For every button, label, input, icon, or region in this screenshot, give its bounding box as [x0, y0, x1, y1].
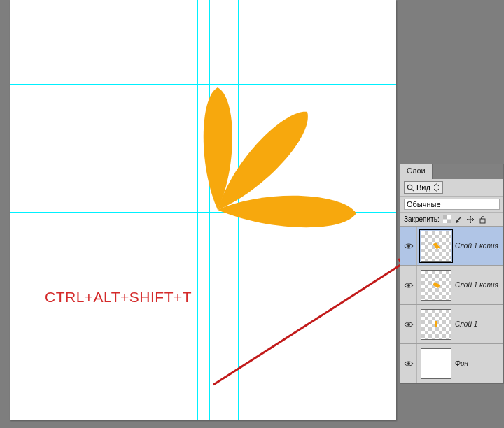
blend-mode-row — [400, 197, 503, 213]
visibility-toggle[interactable] — [400, 305, 417, 343]
layer-name[interactable]: Слой 1 копия — [455, 281, 498, 289]
lock-brush-icon[interactable] — [454, 215, 463, 224]
eye-icon — [404, 321, 414, 328]
svg-point-11 — [407, 245, 410, 248]
lock-transparency-icon[interactable] — [442, 215, 451, 224]
visibility-toggle[interactable] — [400, 227, 417, 265]
view-dropdown-row: Вид — [400, 179, 503, 197]
lock-move-icon[interactable] — [466, 215, 475, 224]
svg-rect-6 — [447, 220, 451, 224]
layer-thumbnail[interactable] — [421, 348, 451, 379]
layers-panel: Слои Вид Закрепить: Слой 1 копия Слой 1 … — [400, 164, 504, 384]
flower-shape — [192, 70, 388, 252]
shortcut-label: CTRL+ALT+SHIFT+T — [45, 289, 192, 306]
eye-icon — [404, 360, 414, 367]
canvas-area: CTRL+ALT+SHIFT+T — [0, 0, 400, 428]
svg-line-7 — [458, 217, 461, 220]
layer-item[interactable]: Слой 1 копия — [400, 266, 503, 305]
lock-row: Закрепить: — [400, 213, 503, 227]
layer-name[interactable]: Слой 1 — [455, 320, 477, 328]
layer-item[interactable]: Фон — [400, 344, 503, 383]
svg-point-2 — [407, 185, 412, 189]
layer-item[interactable]: Слой 1 копия — [400, 227, 503, 266]
svg-line-3 — [412, 189, 414, 191]
eye-icon — [404, 243, 414, 250]
svg-rect-10 — [480, 219, 485, 223]
eye-icon — [404, 282, 414, 289]
svg-point-13 — [407, 323, 410, 326]
canvas[interactable]: CTRL+ALT+SHIFT+T — [10, 0, 396, 420]
layer-item[interactable]: Слой 1 — [400, 305, 503, 344]
layer-thumbnail[interactable] — [421, 270, 451, 301]
layer-thumbnail[interactable] — [421, 309, 451, 340]
view-dropdown[interactable]: Вид — [404, 181, 443, 194]
search-icon — [407, 184, 414, 192]
layer-thumbnail[interactable] — [421, 231, 451, 262]
svg-point-14 — [407, 362, 410, 365]
dropdown-arrows-icon — [433, 183, 440, 192]
layer-list: Слой 1 копия Слой 1 копия Слой 1 Фон — [400, 227, 503, 383]
layer-name[interactable]: Слой 1 копия — [455, 242, 498, 250]
lock-all-icon[interactable] — [478, 215, 487, 224]
svg-rect-5 — [443, 215, 447, 220]
lock-label: Закрепить: — [404, 215, 440, 223]
visibility-toggle[interactable] — [400, 344, 417, 383]
visibility-toggle[interactable] — [400, 266, 417, 304]
blend-mode-input[interactable] — [404, 199, 500, 210]
view-label: Вид — [416, 183, 430, 192]
panel-tabs: Слои — [400, 164, 503, 179]
svg-point-12 — [407, 284, 410, 287]
tab-layers[interactable]: Слои — [400, 164, 433, 179]
layer-name[interactable]: Фон — [455, 359, 468, 367]
